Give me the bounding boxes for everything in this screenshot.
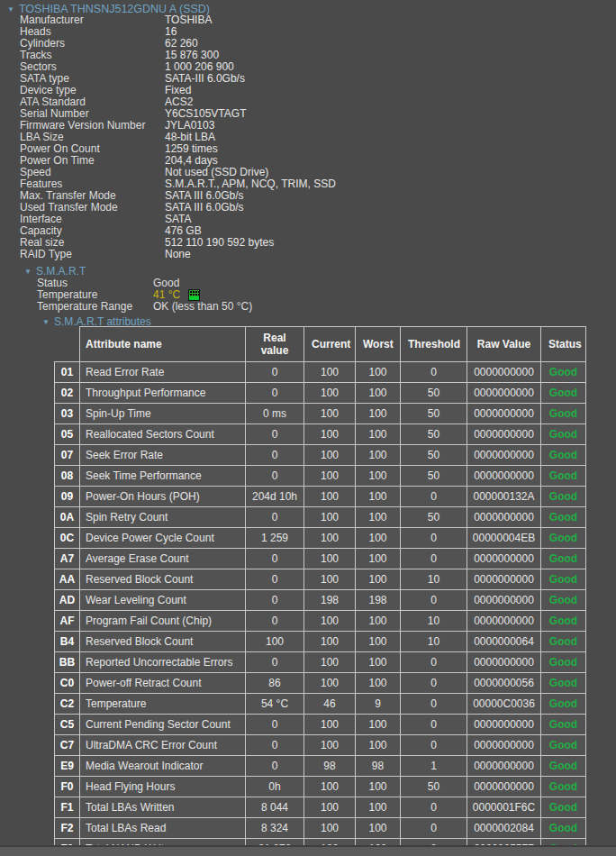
table-row: 0CDevice Power Cycle Count1 259100100000… <box>55 528 586 549</box>
attribute-value-cell: 100 <box>304 507 356 528</box>
smart-heading: S.M.A.R.T <box>36 265 86 278</box>
table-header-ghost-cell <box>55 327 80 362</box>
attribute-name-cell: Media Wearout Indicator <box>80 756 246 777</box>
attribute-status-cell: Good <box>541 383 586 404</box>
attribute-value-cell: 100 <box>356 569 401 590</box>
attribute-status-cell: Good <box>541 715 586 735</box>
attribute-name-cell: Average Erase Count <box>80 549 246 569</box>
attribute-value-cell: 0000000000 <box>467 652 541 673</box>
attribute-name-cell: Total LBAs Read <box>80 818 246 839</box>
table-row: F1Total LBAs Written8 04410010000000001F… <box>55 797 586 818</box>
attribute-name-cell: Device Power Cycle Count <box>80 528 246 549</box>
table-header-row: Attribute nameReal valueCurrentWorstThre… <box>55 327 586 362</box>
attribute-id-cell: F0 <box>55 777 80 797</box>
attribute-value-cell: 100 <box>304 404 356 424</box>
attribute-value-cell: 100 <box>356 466 401 487</box>
attribute-status-cell: Good <box>541 818 586 839</box>
attribute-name-cell: Reported Uncorrectable Errors <box>80 652 246 673</box>
attribute-name-cell: Power-On Hours (POH) <box>80 487 246 507</box>
table-row: 09Power-On Hours (POH)204d 10h1001000000… <box>55 487 586 507</box>
attribute-value-cell: 100 <box>246 632 304 652</box>
attribute-status-cell: Good <box>541 569 586 590</box>
attribute-value-cell: 0000000000 <box>467 383 541 404</box>
attribute-value-cell: 0000000000 <box>467 715 541 735</box>
attribute-status-cell: Good <box>541 362 586 383</box>
attribute-status-cell: Good <box>541 590 586 611</box>
attribute-id-cell: 02 <box>55 383 80 404</box>
attribute-name-cell: Temperature <box>80 694 246 715</box>
attribute-status-cell: Good <box>541 735 586 756</box>
attribute-id-cell: BB <box>55 652 80 673</box>
attribute-status-cell: Good <box>541 487 586 507</box>
attribute-name-cell: Reallocated Sectors Count <box>80 424 246 445</box>
attribute-status-cell: Good <box>541 652 586 673</box>
attribute-value-cell: 98 <box>304 756 356 777</box>
attribute-value-cell: 0h <box>246 777 304 797</box>
attribute-value-cell: 100 <box>356 383 401 404</box>
attribute-value-cell: 0 <box>401 528 467 549</box>
attribute-value-cell: 0000000000 <box>467 735 541 756</box>
attribute-value-cell: 0000000000 <box>467 549 541 569</box>
attribute-value-cell: 0000000000 <box>467 590 541 611</box>
attribute-value-cell: 100 <box>356 818 401 839</box>
attribute-value-cell: 8 324 <box>246 818 304 839</box>
attribute-value-cell: 0000000000 <box>467 424 541 445</box>
table-header-cell: Status <box>541 327 586 362</box>
attribute-value-cell: 0 <box>401 590 467 611</box>
attribute-value-cell: 98 <box>356 756 401 777</box>
attribute-value-cell: 100 <box>304 777 356 797</box>
attribute-value-cell: 100 <box>356 424 401 445</box>
smart-section-header[interactable]: ▼S.M.A.R.T <box>24 265 86 278</box>
attribute-id-cell: 01 <box>55 362 80 383</box>
attribute-value-cell: 0 <box>401 487 467 507</box>
attribute-value-cell: 000000132A <box>467 487 541 507</box>
attribute-value-cell: 50 <box>401 383 467 404</box>
attribute-name-cell: Seek Error Rate <box>80 445 246 466</box>
device-info-list: ManufacturerTOSHIBAHeads16Cylinders62 26… <box>20 14 336 260</box>
table-header-cell: Current <box>304 327 356 362</box>
temperature-indicator-icon <box>188 289 200 301</box>
table-row: 05Reallocated Sectors Count0100100500000… <box>55 424 586 445</box>
attribute-value-cell: 100 <box>356 797 401 818</box>
table-header-cell: Worst <box>356 327 401 362</box>
attribute-value-cell: 0000000000 <box>467 362 541 383</box>
attribute-value-cell: 0 <box>246 652 304 673</box>
attribute-value-cell: 86 <box>246 673 304 694</box>
attribute-value-cell: 100 <box>356 362 401 383</box>
attribute-id-cell: 0A <box>55 507 80 528</box>
attribute-name-cell: Head Flying Hours <box>80 777 246 797</box>
attribute-value-cell: 0 <box>246 569 304 590</box>
table-row: BBReported Uncorrectable Errors010010000… <box>55 652 586 673</box>
attribute-value-cell: 100 <box>304 632 356 652</box>
attribute-value-cell: 100 <box>356 528 401 549</box>
attribute-value-cell: 0000000000 <box>467 507 541 528</box>
attribute-status-cell: Good <box>541 673 586 694</box>
attribute-value-cell: 0 <box>401 715 467 735</box>
attribute-id-cell: C2 <box>55 694 80 715</box>
table-row: 0ASpin Retry Count0100100500000000000Goo… <box>55 507 586 528</box>
attribute-value-cell: 198 <box>304 590 356 611</box>
attribute-status-cell: Good <box>541 756 586 777</box>
attribute-value-cell: 100 <box>356 611 401 632</box>
table-row: 01Read Error Rate010010000000000000Good <box>55 362 586 383</box>
attribute-value-cell: 100 <box>356 549 401 569</box>
attribute-value-cell: 100 <box>356 673 401 694</box>
attribute-value-cell: 0 <box>246 611 304 632</box>
attribute-value-cell: 9 <box>356 694 401 715</box>
attribute-value-cell: 0 <box>246 590 304 611</box>
attribute-value-cell: 50 <box>401 466 467 487</box>
info-label: RAID Type <box>20 249 165 260</box>
smart-status-list: Status Good Temperature 41 °C Temperatur… <box>37 278 252 313</box>
attribute-value-cell: 100 <box>356 652 401 673</box>
attribute-value-cell: 0 <box>246 715 304 735</box>
table-row: C2Temperature54 °C469000000C0036Good <box>55 694 586 715</box>
attribute-value-cell: 100 <box>304 569 356 590</box>
attribute-value-cell: 100 <box>304 362 356 383</box>
info-row: ManufacturerTOSHIBA <box>20 14 336 26</box>
attribute-value-cell: 100 <box>356 777 401 797</box>
attribute-value-cell: 50 <box>401 445 467 466</box>
table-row: 07Seek Error Rate0100100500000000000Good <box>55 445 586 466</box>
attribute-id-cell: 05 <box>55 424 80 445</box>
horizontal-scrollbar[interactable] <box>0 845 616 856</box>
attribute-value-cell: 0000000000 <box>467 445 541 466</box>
